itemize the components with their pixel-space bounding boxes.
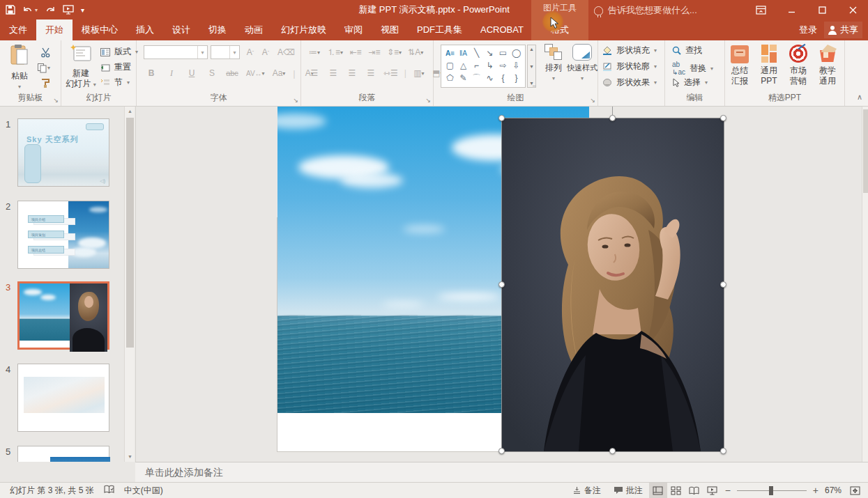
- thumbnail-scrollbar[interactable]: ▲ ▼: [124, 107, 135, 462]
- increase-font-icon[interactable]: Aˆ: [244, 46, 257, 59]
- copy-icon[interactable]: ▾: [37, 61, 50, 74]
- shape-textbox-icon[interactable]: A≡: [443, 47, 457, 59]
- marketing-button[interactable]: 市场 营销: [784, 44, 813, 86]
- slideshow-view-button[interactable]: [703, 483, 722, 498]
- resize-handle-bottom-left[interactable]: [498, 448, 505, 454]
- slide-editing-canvas[interactable]: [135, 107, 868, 462]
- shape-effects-button[interactable]: 形状效果▾: [602, 77, 657, 88]
- resize-handle-middle-left[interactable]: [498, 281, 505, 288]
- zoom-slider[interactable]: [737, 483, 807, 498]
- line-spacing-icon[interactable]: ⇕≡▾: [387, 46, 402, 59]
- paste-button[interactable]: 粘贴 ▾: [1, 44, 38, 92]
- close-button[interactable]: [837, 0, 868, 20]
- shape-down-arrow-icon[interactable]: ⇩: [510, 59, 523, 72]
- collapse-ribbon-icon[interactable]: ∧: [857, 93, 862, 102]
- tab-template-center[interactable]: 模板中心: [73, 20, 127, 40]
- section-button[interactable]: 节▾: [100, 77, 130, 88]
- decrease-indent-icon[interactable]: ⇤≡: [349, 46, 362, 59]
- character-spacing-button[interactable]: AV↔▾: [246, 67, 265, 79]
- zoom-percentage[interactable]: 67%: [822, 485, 846, 495]
- tab-insert[interactable]: 插入: [127, 20, 163, 40]
- underline-button[interactable]: U: [185, 67, 198, 79]
- paste-dropdown-icon[interactable]: ▾: [1, 81, 38, 92]
- language-indicator[interactable]: 中文(中国): [124, 485, 163, 497]
- cut-icon[interactable]: [39, 46, 52, 59]
- shape-rounded-rectangle-icon[interactable]: ▢: [443, 59, 457, 72]
- shape-oval-icon[interactable]: ◯: [510, 47, 523, 59]
- portrait-picture-selected[interactable]: [502, 118, 724, 451]
- shape-elbow-arrow-icon[interactable]: ↳: [483, 59, 496, 72]
- shape-gallery[interactable]: A≡ ‖A ╲ ↘ ▭ ◯ ▢ △ ⌐ ↳ ⇨ ⇩ ⬠ ✎ ⌒ ∿ { }: [441, 45, 526, 88]
- shape-gallery-more-icon[interactable]: ▼̲: [529, 81, 534, 86]
- maximize-button[interactable]: [807, 0, 837, 20]
- bullets-icon[interactable]: ≔▾: [308, 46, 321, 59]
- align-left-icon[interactable]: ☰: [308, 67, 321, 79]
- shape-scroll-down-icon[interactable]: ▼: [529, 64, 534, 69]
- minimize-button[interactable]: [776, 0, 807, 20]
- summary-report-button[interactable]: 总结 汇报: [725, 44, 754, 86]
- slide-thumbnail-2[interactable]: 项目介绍 项目策划 项目总结: [17, 201, 109, 269]
- drawing-dialog-launcher-icon[interactable]: ↘: [590, 97, 595, 104]
- zoom-slider-thumb[interactable]: [769, 486, 773, 495]
- slide-thumbnail-4[interactable]: [17, 364, 109, 432]
- italic-button[interactable]: I: [165, 67, 178, 79]
- shape-freeform-icon[interactable]: ⬠: [443, 72, 457, 84]
- reset-button[interactable]: 重置: [100, 61, 131, 73]
- tab-review[interactable]: 审阅: [335, 20, 372, 40]
- tab-transitions[interactable]: 切换: [199, 20, 236, 40]
- tab-home[interactable]: 开始: [36, 20, 73, 40]
- numbering-icon[interactable]: ⒈≡▾: [327, 46, 343, 59]
- shape-scroll-up-icon[interactable]: ▲: [529, 47, 534, 52]
- tab-design[interactable]: 设计: [163, 20, 199, 40]
- new-slide-button[interactable]: 新建 幻灯片 ▾: [63, 44, 99, 90]
- reading-view-button[interactable]: [685, 483, 703, 498]
- canvas-scrollbar[interactable]: [862, 107, 868, 462]
- slide-thumbnail-3-selected[interactable]: [17, 281, 109, 350]
- align-center-icon[interactable]: ☰: [327, 67, 340, 79]
- shape-triangle-icon[interactable]: △: [457, 59, 470, 72]
- general-ppt-button[interactable]: 通用 PPT: [754, 44, 784, 86]
- slide-thumbnail-1[interactable]: Sky 天空系列 ◁): [17, 118, 109, 187]
- bold-button[interactable]: B: [145, 67, 158, 79]
- justify-icon[interactable]: ☰: [365, 67, 377, 79]
- comments-toggle-button[interactable]: 批注: [607, 483, 649, 498]
- strikethrough-button[interactable]: abc: [226, 67, 238, 79]
- text-direction-icon[interactable]: ⇅A▾: [408, 46, 423, 59]
- resize-handle-middle-right[interactable]: [720, 281, 726, 288]
- paragraph-dialog-launcher-icon[interactable]: ↘: [425, 97, 431, 104]
- shape-arrow-icon[interactable]: ↘: [483, 47, 496, 59]
- normal-view-button[interactable]: [649, 483, 667, 498]
- education-button[interactable]: 教学 通用: [813, 44, 842, 86]
- tell-me-box[interactable]: 告诉我您想要做什么...: [594, 0, 697, 21]
- tab-view[interactable]: 视图: [372, 20, 408, 40]
- increase-indent-icon[interactable]: ⇥≡: [368, 46, 381, 59]
- font-size-combo[interactable]: ▾: [211, 45, 240, 59]
- shape-line-icon[interactable]: ╲: [470, 47, 483, 59]
- distribute-icon[interactable]: ⇿☰: [383, 67, 398, 79]
- resize-handle-top-middle[interactable]: [609, 115, 616, 121]
- notes-pane[interactable]: 单击此处添加备注: [135, 462, 868, 482]
- shape-elbow-connector-icon[interactable]: ⌐: [470, 59, 483, 72]
- decrease-font-icon[interactable]: Aˇ: [259, 46, 272, 59]
- font-name-combo[interactable]: ▾: [144, 45, 208, 59]
- tab-file[interactable]: 文件: [0, 20, 36, 40]
- tab-pdf-tools[interactable]: PDF工具集: [408, 20, 471, 40]
- ribbon-display-options-icon[interactable]: [745, 0, 776, 20]
- format-painter-icon[interactable]: [39, 77, 52, 89]
- scrollbar-thumb[interactable]: [126, 118, 134, 348]
- zoom-out-button[interactable]: −: [722, 485, 734, 496]
- spellcheck-icon[interactable]: [104, 485, 114, 496]
- resize-handle-top-right[interactable]: [720, 115, 726, 121]
- tab-slideshow[interactable]: 幻灯片放映: [272, 20, 335, 40]
- font-dialog-launcher-icon[interactable]: ↘: [293, 97, 298, 104]
- shape-outline-button[interactable]: 形状轮廓▾: [602, 61, 657, 72]
- shape-right-arrow-icon[interactable]: ⇨: [496, 59, 510, 72]
- resize-handle-bottom-right[interactable]: [720, 448, 726, 454]
- resize-handle-bottom-middle[interactable]: [609, 448, 616, 454]
- shape-rectangle-icon[interactable]: ▭: [496, 47, 510, 59]
- sign-in-link[interactable]: 登录: [799, 20, 817, 40]
- text-shadow-button[interactable]: S: [206, 67, 218, 79]
- shape-curve-icon[interactable]: ∿: [483, 72, 496, 84]
- find-button[interactable]: 查找: [672, 45, 702, 56]
- arrange-button[interactable]: 排列 ▾: [540, 44, 568, 84]
